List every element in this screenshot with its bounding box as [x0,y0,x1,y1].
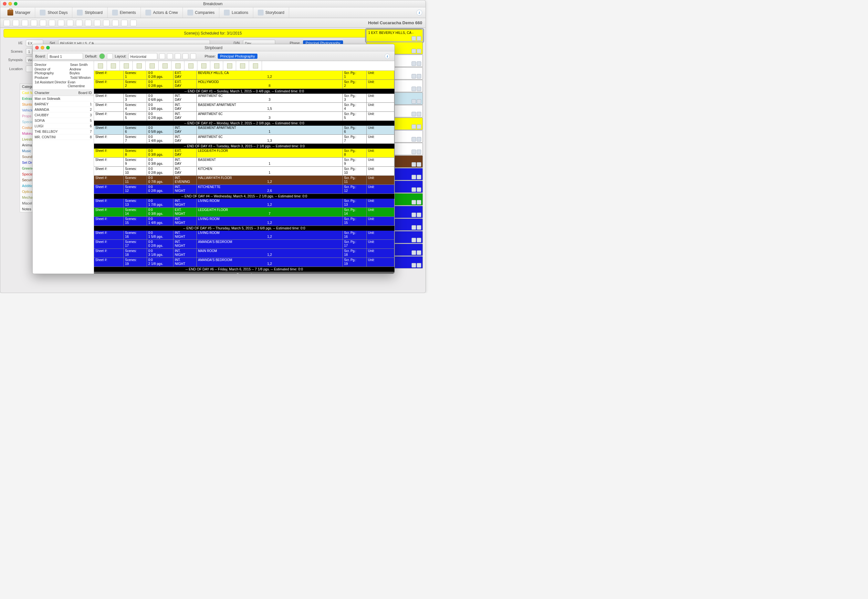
character-row[interactable]: BARNEY1 [33,101,94,107]
day-break[interactable]: -- END OF DAY #1 -- Sunday, March 1, 201… [94,89,394,94]
strip-row[interactable]: Sheet #:Scenes:20:00 2/8 pgs.EXT.DAYHOLL… [94,80,394,89]
strip-area[interactable]: Sheet #:Scenes:10:00 2/8 pgs.EXT.DAYBEVE… [94,71,394,274]
strip-tool-icon[interactable] [159,61,171,71]
tool-misc4-icon[interactable] [112,20,119,26]
tool-a-icon[interactable] [159,53,165,59]
strip-row[interactable]: Sheet #:Scenes:30:00 6/8 pgs.INT.DAYAPAR… [94,94,394,103]
close-icon[interactable] [3,2,6,6]
strip-tool-icon[interactable] [185,61,197,71]
tool-print-icon[interactable] [31,20,37,26]
strip-tool-icon[interactable] [146,61,159,71]
tool-export-icon[interactable] [58,20,64,26]
scenes-field[interactable]: 1 [26,48,32,54]
tool-d-icon[interactable] [182,53,188,59]
character-row[interactable]: Man on Sidewalk [33,96,94,101]
strip-row[interactable]: Sheet #:Scenes:50:00 2/8 pgs.INT.DAYAPAR… [94,112,394,121]
thumb-icon [417,87,421,91]
strip-row[interactable]: Sheet #:Scenes:150:01 4/8 pgs.INT.NIGHTL… [94,217,394,226]
strip-phase-pill[interactable]: Principal Photography [218,54,258,59]
clipboard-icon[interactable] [107,53,113,59]
character-row[interactable]: SOFIA5 [33,118,94,123]
strip-row[interactable]: Sheet #:Scenes:190:02 1/8 pgs.INT.NIGHTA… [94,258,394,267]
thumb-icon [412,263,416,268]
tool-color-icon[interactable] [76,20,83,26]
info-icon[interactable]: i [417,10,422,15]
tab-manager[interactable]: Manager [3,8,35,18]
default-label: Default: [85,54,97,58]
minimize-icon[interactable] [8,2,12,6]
zoom-icon[interactable] [14,2,17,6]
tool-misc3-icon[interactable] [103,20,110,26]
strip-tool-icon[interactable] [236,61,249,71]
tab-companies[interactable]: Companies [183,8,220,18]
strip-tool-icon[interactable] [120,61,133,71]
tool-e-icon[interactable] [190,53,196,59]
strip-row[interactable]: Sheet #:Scenes:160:01 5/8 pgs.INT.NIGHTL… [94,231,394,240]
tool-c-icon[interactable] [175,53,181,59]
strip-tool-icon[interactable] [197,61,210,71]
tool-refresh-icon[interactable] [121,20,128,26]
character-row[interactable]: AMANDA2 [33,107,94,113]
strip-tool-icon[interactable] [133,61,146,71]
strip-tool-icon[interactable] [210,61,223,71]
sidebar-strip[interactable]: 1 EXT. BEVERLY HILLS, CA - [366,29,423,42]
strip-row[interactable]: Sheet #:Scenes:10:00 2/8 pgs.EXT.DAYBEVE… [94,71,394,80]
strip-tool-icon[interactable] [223,61,236,71]
boneyard-bar[interactable]: Boneyard [94,272,394,274]
tool-misc2-icon[interactable] [94,20,101,26]
tab-stripboard[interactable]: Stripboard [72,8,107,18]
strip-row[interactable]: Sheet #:Scenes:170:00 2/8 pgs.INT.NIGHTA… [94,240,394,249]
strip-row[interactable]: Sheet #:Scenes:180:03 1/8 pgs.INT.NIGHTM… [94,249,394,258]
tool-misc1-icon[interactable] [85,20,92,26]
day-break[interactable]: -- END OF DAY #2 -- Monday, March 2, 201… [94,121,394,126]
strip-row[interactable]: Sheet #:Scenes:70:01 4/8 pgs.INT.DAYAPAR… [94,135,394,144]
tab-icon [224,10,230,15]
tool-new-icon[interactable] [3,20,10,26]
stripboard-title: Stripboard [205,45,222,50]
strip-row[interactable]: Sheet #:Scenes:40:01 0/8 pgs.INT.DAYBASE… [94,103,394,112]
board-select[interactable]: Board 1 [48,53,83,59]
strip-row[interactable]: Sheet #:Scenes:130:01 7/8 pgs.INT.NIGHTL… [94,199,394,208]
tool-box-icon[interactable] [130,20,137,26]
titlebar[interactable]: Breakdown [0,0,426,8]
character-row[interactable]: THE BELLBOY7 [33,129,94,134]
character-row[interactable]: LUIGI6 [33,123,94,129]
strip-tool-icon[interactable] [249,61,262,71]
strip-row[interactable]: Sheet #:Scenes:100:00 2/8 pgs.INT.DAYKIT… [94,167,394,176]
info-icon[interactable]: i [385,54,390,59]
tab-locations[interactable]: Locations [219,8,253,18]
layout-select[interactable]: Horizontal [128,53,157,59]
character-row[interactable]: CHUBBY3 [33,113,94,118]
strip-row[interactable]: Sheet #:Scenes:140:00 3/8 pgs.EXT.NIGHTL… [94,208,394,217]
tool-page-icon[interactable] [49,20,55,26]
character-name: AMANDA [35,108,85,111]
day-break[interactable]: -- END OF DAY #5 -- Thursday, March 5, 2… [94,226,394,231]
close-icon[interactable] [35,46,39,50]
zoom-icon[interactable] [46,46,50,50]
strip-row[interactable]: Sheet #:Scenes:60:00 5/8 pgs.INT.DAYBASE… [94,126,394,135]
tool-copy-icon[interactable] [22,20,28,26]
tab-elements[interactable]: Elements [108,8,141,18]
default-check-icon[interactable] [99,53,105,59]
strip-row[interactable]: Sheet #:Scenes:80:00 3/8 pgs.EXT.DAYLEDG… [94,149,394,158]
minimize-icon[interactable] [41,46,44,50]
character-row[interactable]: MR. CONTINI8 [33,134,94,140]
strip-row[interactable]: Sheet #:Scenes:120:00 2/8 pgs.INT.NIGHTK… [94,185,394,194]
tool-delete-icon[interactable] [13,20,19,26]
day-break[interactable]: -- END OF DAY #3 -- Tuesday, March 3, 20… [94,144,394,149]
strip-row[interactable]: Sheet #:Scenes:90:00 3/8 pgs.INT.DAYBASE… [94,158,394,167]
tab-actors-crew[interactable]: Actors & Crew [141,8,183,18]
tab-shoot-days[interactable]: Shoot Days [35,8,72,18]
day-break[interactable]: -- END OF DAY #6 -- Friday, March 6, 201… [94,267,394,272]
tool-align-icon[interactable] [40,20,46,26]
strip-tool-icon[interactable] [171,61,185,71]
strip-row[interactable]: Sheet #:Scenes:110:00 7/8 pgs.INT.EVENIN… [94,176,394,185]
stripboard-titlebar[interactable]: Stripboard [33,44,394,51]
strip-tool-icon[interactable] [94,61,107,71]
day-break[interactable]: -- END OF DAY #4 -- Wednesday, March 4, … [94,194,394,199]
tool-grid-icon[interactable] [67,20,73,26]
tool-b-icon[interactable] [167,53,173,59]
strip-tool-icon[interactable] [107,61,120,71]
character-name: BARNEY [35,102,85,106]
tab-storyboard[interactable]: Storyboard [253,8,289,18]
